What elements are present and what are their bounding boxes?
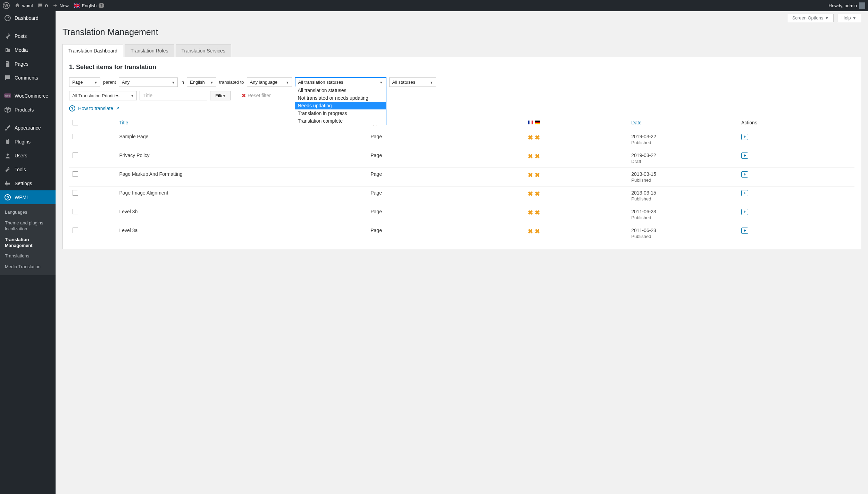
dashboard-icon: [4, 15, 11, 22]
menu-pages[interactable]: Pages: [0, 57, 56, 71]
account-link[interactable]: Howdy, admin: [829, 2, 865, 9]
how-to-translate-link[interactable]: ? How to translate ↗: [69, 105, 854, 112]
menu-comments[interactable]: Comments: [0, 71, 56, 85]
row-date: 2019-03-22Published: [628, 130, 738, 149]
filter-button[interactable]: Filter: [210, 91, 231, 100]
user-icon: [4, 152, 11, 159]
settings-icon: [4, 180, 11, 187]
reset-filter: ✖ Reset filter: [242, 93, 271, 98]
brush-icon: [4, 124, 11, 131]
lang-status-fr[interactable]: ✖: [528, 134, 533, 141]
row-title: Level 3a: [116, 224, 367, 243]
filter-all-statuses-select[interactable]: All statuses: [389, 77, 436, 87]
tab-dashboard[interactable]: Translation Dashboard: [62, 44, 123, 57]
filter-priority-select[interactable]: All Translation Priorities: [69, 91, 137, 100]
header-type: Type: [367, 116, 524, 130]
menu-settings[interactable]: Settings: [0, 176, 56, 190]
site-name-link[interactable]: wpml: [15, 3, 33, 8]
lang-status-fr[interactable]: ✖: [528, 209, 533, 216]
filter-type-select[interactable]: Page: [69, 77, 100, 87]
lang-status-fr[interactable]: ✖: [528, 190, 533, 198]
lang-status-de[interactable]: ✖: [535, 134, 540, 141]
help-button[interactable]: Help ▼: [837, 14, 861, 22]
comment-icon: [4, 74, 11, 81]
table-row: Privacy Policy Page ✖ ✖ 2019-03-22Draft …: [69, 149, 854, 168]
wp-logo[interactable]: W: [3, 2, 10, 9]
status-option[interactable]: Not translated or needs updating: [295, 94, 386, 102]
submenu-theme-localization[interactable]: Theme and plugins localization: [0, 218, 56, 234]
row-checkbox[interactable]: [73, 228, 78, 233]
menu-label: Settings: [15, 181, 32, 186]
add-translation-button[interactable]: +: [741, 190, 748, 196]
filter-status-select[interactable]: All translation statuses All translation…: [295, 77, 386, 87]
language-switcher[interactable]: English ?: [74, 3, 105, 8]
filter-title-input[interactable]: [140, 91, 207, 100]
lang-status-de[interactable]: ✖: [535, 153, 540, 160]
filter-language-select[interactable]: English: [187, 77, 216, 87]
lang-status-de[interactable]: ✖: [535, 209, 540, 216]
menu-users[interactable]: Users: [0, 149, 56, 163]
new-content-link[interactable]: New: [53, 3, 69, 8]
add-translation-button[interactable]: +: [741, 153, 748, 159]
page-title: Translation Management: [62, 27, 861, 37]
table-row: Page Markup And Formatting Page ✖ ✖ 2013…: [69, 168, 854, 187]
menu-label: Comments: [15, 75, 38, 81]
lang-status-de[interactable]: ✖: [535, 190, 540, 198]
filter-to-language-select[interactable]: Any language: [247, 77, 292, 87]
row-title: Level 3b: [116, 205, 367, 224]
add-translation-button[interactable]: +: [741, 228, 748, 234]
row-date: 2013-03-15Published: [628, 168, 738, 187]
submenu-media-translation[interactable]: Media Translation: [0, 262, 56, 272]
admin-menu: Dashboard Posts Media Pages Comments woo…: [0, 11, 56, 494]
status-option[interactable]: All translation statuses: [295, 87, 386, 94]
menu-label: WPML: [15, 195, 29, 200]
submenu-translation-management[interactable]: Translation Management: [0, 234, 56, 251]
submenu-translations[interactable]: Translations: [0, 251, 56, 262]
info-icon: ?: [69, 105, 75, 112]
row-checkbox[interactable]: [73, 190, 78, 196]
filter-parent-label: parent: [103, 80, 116, 85]
table-row: Sample Page Page ✖ ✖ 2019-03-22Published…: [69, 130, 854, 149]
screen-options-button[interactable]: Screen Options ▼: [788, 14, 834, 22]
select-all-checkbox[interactable]: [73, 120, 78, 125]
menu-media[interactable]: Media: [0, 43, 56, 57]
submenu-languages[interactable]: Languages: [0, 207, 56, 218]
help-icon: ?: [99, 3, 104, 8]
add-translation-button[interactable]: +: [741, 134, 748, 140]
lang-status-fr[interactable]: ✖: [528, 228, 533, 235]
lang-status-de[interactable]: ✖: [535, 228, 540, 235]
row-checkbox[interactable]: [73, 209, 78, 214]
menu-products[interactable]: Products: [0, 103, 56, 117]
row-checkbox[interactable]: [73, 153, 78, 158]
filter-parent-select[interactable]: Any: [119, 77, 178, 87]
lang-status-de[interactable]: ✖: [535, 171, 540, 179]
add-translation-button[interactable]: +: [741, 171, 748, 178]
status-option[interactable]: Translation in progress: [295, 109, 386, 117]
menu-appearance[interactable]: Appearance: [0, 121, 56, 135]
row-type: Page: [367, 130, 524, 149]
menu-tools[interactable]: Tools: [0, 163, 56, 176]
menu-plugins[interactable]: Plugins: [0, 135, 56, 149]
row-title: Sample Page: [116, 130, 367, 149]
status-option[interactable]: Translation complete: [295, 117, 386, 125]
home-icon: [15, 3, 20, 8]
main-content: Screen Options ▼ Help ▼ Translation Mana…: [56, 11, 868, 494]
media-icon: [4, 47, 11, 53]
comments-link[interactable]: 0: [37, 3, 48, 8]
lang-status-fr[interactable]: ✖: [528, 153, 533, 160]
menu-posts[interactable]: Posts: [0, 29, 56, 43]
status-option[interactable]: Needs updating: [295, 102, 386, 109]
menu-label: Plugins: [15, 139, 31, 145]
tab-roles[interactable]: Translation Roles: [125, 44, 174, 57]
tab-services[interactable]: Translation Services: [176, 44, 231, 57]
menu-label: WooCommerce: [15, 93, 48, 99]
menu-woocommerce[interactable]: woo WooCommerce: [0, 89, 56, 103]
menu-dashboard[interactable]: Dashboard: [0, 11, 56, 25]
header-date[interactable]: Date: [628, 116, 738, 130]
lang-status-fr[interactable]: ✖: [528, 171, 533, 179]
svg-point-9: [8, 183, 9, 184]
add-translation-button[interactable]: +: [741, 209, 748, 215]
menu-wpml[interactable]: WPML: [0, 190, 56, 204]
row-checkbox[interactable]: [73, 171, 78, 177]
row-checkbox[interactable]: [73, 134, 78, 139]
